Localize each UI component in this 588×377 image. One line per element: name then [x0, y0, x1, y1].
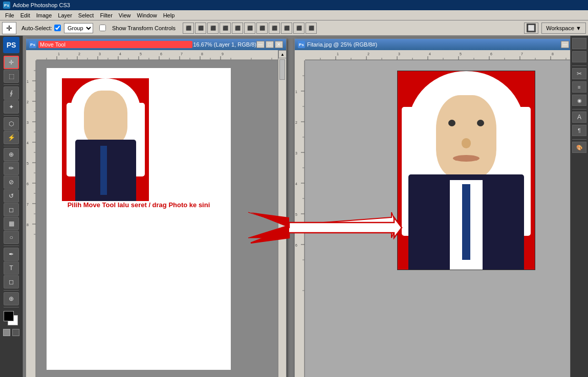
left-scrollbar-v[interactable]: ▲ ▼	[278, 50, 286, 377]
left-doc-maximize[interactable]: □	[266, 41, 274, 48]
right-tool-2[interactable]	[572, 51, 586, 62]
shape-icon: ◻	[9, 278, 14, 285]
right-ruler-v: 1 2 3 4 5 6	[295, 60, 305, 377]
transform-controls-label: Show Transform Controls	[112, 25, 176, 31]
tool-slice[interactable]: ⚡	[4, 131, 19, 144]
right-photo	[397, 71, 535, 270]
menu-help[interactable]: Help	[160, 11, 178, 19]
right-ruler-h: 1 2 3 4 5 6 7 8	[305, 50, 570, 60]
left-photo	[62, 78, 149, 201]
distribute-center-btn[interactable]: ⬛	[269, 23, 280, 34]
left-scroll-up[interactable]: ▲	[278, 50, 287, 58]
left-doc-titlebar[interactable]: Ps Move Tool 16.67% (Layer 1, RGB/8) — □…	[26, 39, 286, 50]
tool-marquee[interactable]: ⬚	[4, 70, 19, 83]
tool-history[interactable]: ↺	[4, 189, 19, 203]
menu-image[interactable]: Image	[33, 11, 55, 19]
tool-healing[interactable]: ⊕	[4, 148, 19, 161]
distribute-left-btn[interactable]: ⬛	[256, 23, 268, 34]
tool-clone[interactable]: ⊘	[4, 175, 19, 189]
align-buttons-group: ⬛ ⬛ ⬛ ⬛ ⬛ ⬛ ⬛ ⬛ ⬛ ⬛ ⬛	[183, 23, 317, 34]
tool-shape[interactable]: ◻	[4, 275, 19, 289]
distribute-top-btn[interactable]: ⬛	[293, 23, 304, 34]
zoom-icon: ⊕	[9, 295, 14, 302]
left-tie	[100, 146, 107, 195]
pen-icon: ✒	[9, 251, 14, 258]
fg-bg-color-swatch[interactable]	[4, 311, 19, 325]
right-doc-canvas	[305, 60, 570, 377]
menu-file[interactable]: File	[2, 11, 17, 19]
right-tool-adjust[interactable]: ◉	[572, 95, 586, 106]
right-tool-color[interactable]: 🎨	[572, 142, 586, 153]
align-left-btn[interactable]: ⬛	[183, 23, 194, 34]
tool-text[interactable]: T	[4, 261, 19, 275]
brush-icon: ✏	[9, 165, 14, 172]
right-tool-paragraph[interactable]: ¶	[572, 125, 586, 136]
right-eye-right	[477, 120, 484, 126]
svg-text:3: 3	[398, 52, 400, 56]
menu-edit[interactable]: Edit	[17, 11, 33, 19]
healing-icon: ⊕	[9, 151, 14, 158]
svg-text:3: 3	[295, 151, 297, 155]
menu-select[interactable]: Select	[75, 11, 97, 19]
svg-text:1: 1	[58, 52, 60, 56]
right-tool-scissors[interactable]: ✂	[572, 68, 586, 79]
align-bottom-btn[interactable]: ⬛	[244, 23, 255, 34]
tool-separator-2	[4, 115, 19, 116]
foreground-color[interactable]	[4, 311, 14, 321]
distribute-right-btn[interactable]: ⬛	[281, 23, 292, 34]
options-bar: ✛ Auto-Select: Group Layer Show Transfor…	[0, 20, 588, 36]
menu-view[interactable]: View	[116, 11, 134, 19]
tool-lasso[interactable]: ∮	[4, 86, 19, 100]
svg-text:7: 7	[27, 203, 29, 206]
left-white-canvas: Pilih Move Tool lalu seret / drag Photo …	[47, 68, 231, 370]
menu-window[interactable]: Window	[134, 11, 160, 19]
menu-layer[interactable]: Layer	[55, 11, 75, 19]
tool-crop[interactable]: ⬡	[4, 117, 19, 130]
right-eye-left	[448, 120, 455, 126]
align-top-btn[interactable]: ⬛	[220, 23, 231, 34]
svg-text:6: 6	[27, 182, 29, 186]
align-center-btn[interactable]: ⬛	[195, 23, 206, 34]
tool-separator-1	[4, 84, 19, 85]
tool-move[interactable]: ✛	[4, 56, 19, 69]
instruction-text: Pilih Move Tool lalu seret / drag Photo …	[57, 201, 221, 209]
tool-magic-wand[interactable]: ✦	[4, 100, 19, 114]
move-tool-button[interactable]: ✛	[2, 22, 16, 34]
tool-dodge[interactable]: ○	[4, 231, 19, 244]
svg-text:8: 8	[552, 52, 554, 56]
svg-text:7: 7	[181, 52, 183, 56]
workspace-button[interactable]: Workspace ▼	[541, 23, 586, 34]
auto-select-checkbox[interactable]	[54, 25, 61, 31]
right-doc-minimize[interactable]: —	[561, 41, 569, 48]
right-tool-text[interactable]: A	[572, 112, 586, 123]
auto-select-dropdown[interactable]: Group Layer	[64, 23, 93, 33]
left-doc-minimize[interactable]: —	[256, 41, 265, 48]
transform-controls-checkbox[interactable]	[99, 25, 106, 31]
quick-mask-btn[interactable]	[3, 329, 10, 336]
right-face	[436, 95, 496, 179]
lasso-icon: ∮	[10, 90, 13, 97]
left-doc-move-tool-label: Move Tool	[38, 41, 192, 48]
tool-gradient[interactable]: ▦	[4, 217, 19, 230]
tool-zoom[interactable]: ⊕	[4, 292, 19, 305]
right-tool-layers[interactable]: ≡	[572, 81, 586, 93]
tool-pen[interactable]: ✒	[4, 248, 19, 261]
right-tool-1[interactable]	[572, 38, 586, 49]
left-scroll-thumb-v[interactable]	[279, 59, 285, 80]
auto-distribute-btn[interactable]: ⬛	[306, 23, 317, 34]
left-ruler-v: 1 2 3 4 5 6 7 8	[26, 60, 36, 377]
align-middle-btn[interactable]: ⬛	[232, 23, 243, 34]
tool-brush[interactable]: ✏	[4, 162, 19, 175]
left-doc-close[interactable]: ✕	[275, 41, 283, 48]
svg-text:5: 5	[140, 52, 142, 56]
svg-text:6: 6	[295, 243, 297, 247]
screen-mode-btn[interactable]	[12, 329, 19, 336]
menu-filter[interactable]: Filter	[97, 11, 115, 19]
tool-eraser[interactable]: ◻	[4, 203, 19, 216]
options-icon-btn[interactable]: 🔲	[524, 23, 538, 34]
right-doc-titlebar[interactable]: Ps Fitaria.jpg @ 25% (RGB/8#) — □ ✕	[295, 39, 570, 50]
svg-text:2: 2	[367, 52, 369, 56]
left-doc-canvas: Pilih Move Tool lalu seret / drag Photo …	[36, 60, 278, 377]
align-right-btn[interactable]: ⬛	[207, 23, 219, 34]
svg-text:6: 6	[490, 52, 492, 56]
